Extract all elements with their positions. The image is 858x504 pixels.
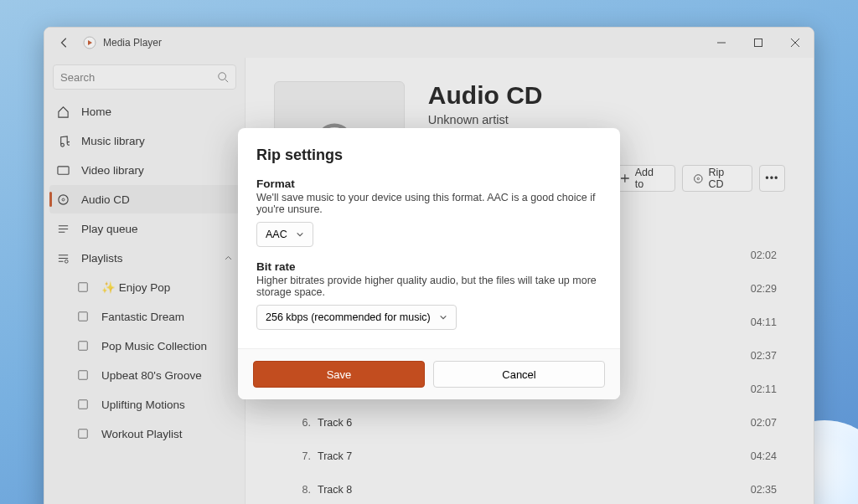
- cancel-button[interactable]: Cancel: [433, 361, 605, 388]
- bitrate-title: Bit rate: [256, 260, 602, 273]
- format-dropdown[interactable]: AAC: [256, 222, 313, 247]
- dialog-title: Rip settings: [256, 147, 602, 164]
- bitrate-value: 256 kbps (recommended for music): [266, 311, 431, 323]
- format-desc: We'll save music to your device using th…: [256, 192, 602, 215]
- chevron-down-icon: [296, 230, 304, 239]
- dialog-footer: Save Cancel: [238, 348, 620, 399]
- bitrate-dropdown[interactable]: 256 kbps (recommended for music): [256, 305, 457, 330]
- bitrate-desc: Higher bitrates provide higher quality a…: [256, 275, 602, 298]
- app-window: Media Player Home Music library Video li…: [44, 27, 814, 504]
- chevron-down-icon: [439, 313, 447, 321]
- format-value: AAC: [266, 229, 287, 240]
- format-title: Format: [256, 177, 602, 190]
- rip-settings-dialog: Rip settings Format We'll save music to …: [238, 128, 620, 399]
- save-button[interactable]: Save: [253, 361, 425, 388]
